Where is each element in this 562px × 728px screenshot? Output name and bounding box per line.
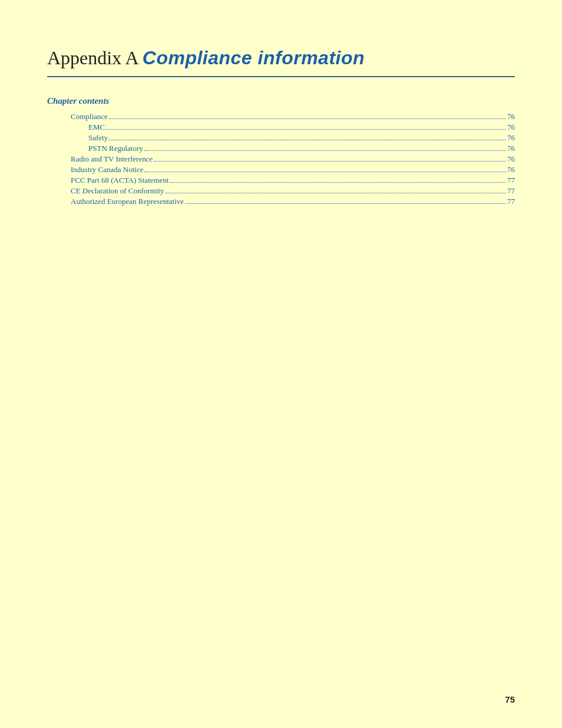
toc-item-safety[interactable]: Safety 76	[47, 133, 515, 143]
toc-page-safety: 76	[507, 133, 515, 143]
toc-dots-ce-declaration	[166, 193, 507, 193]
toc-label-compliance: Compliance	[71, 112, 108, 121]
toc-page-radio-tv: 76	[507, 154, 515, 164]
page-title-prefix: Appendix A	[47, 47, 143, 68]
toc-label-emc: EMC	[88, 123, 105, 132]
toc-dots-pstn	[144, 150, 506, 151]
page-title: Appendix A Compliance information	[47, 47, 515, 69]
toc-page-industry-canada: 76	[507, 165, 515, 174]
chapter-contents-heading: Chapter contents	[47, 96, 515, 106]
toc-page-fcc: 77	[507, 176, 515, 185]
page-number: 75	[505, 694, 515, 704]
toc-label-radio-tv: Radio and TV Interference	[71, 154, 153, 164]
toc-page-compliance: 76	[507, 112, 515, 121]
toc-label-fcc: FCC Part 68 (ACTA) Statement	[71, 176, 169, 185]
toc-dots-authorized-rep	[185, 203, 506, 204]
toc-label-safety: Safety	[88, 133, 108, 143]
toc-dots-compliance	[109, 118, 506, 119]
toc-page-authorized-rep: 77	[507, 197, 515, 206]
page-container: Appendix A Compliance information Chapte…	[0, 0, 562, 728]
chapter-contents-section: Chapter contents Compliance 76 EMC 76 Sa…	[47, 96, 515, 206]
toc-item-emc[interactable]: EMC 76	[47, 123, 515, 132]
toc-item-industry-canada[interactable]: Industry Canada Notice 76	[47, 165, 515, 174]
toc-dots-industry-canada	[144, 172, 506, 172]
toc-label-industry-canada: Industry Canada Notice	[71, 165, 143, 174]
toc-item-radio-tv[interactable]: Radio and TV Interference 76	[47, 154, 515, 164]
toc-dots-emc	[106, 129, 506, 130]
toc-page-pstn: 76	[507, 144, 515, 153]
toc-label-authorized-rep: Authorized European Representative	[71, 197, 184, 206]
toc-item-ce-declaration[interactable]: CE Declaration of Conformity 77	[47, 186, 515, 196]
toc-label-pstn: PSTN Regulatory	[88, 144, 143, 153]
toc-page-ce-declaration: 77	[507, 186, 515, 196]
toc-dots-fcc	[170, 182, 506, 183]
toc-label-ce-declaration: CE Declaration of Conformity	[71, 186, 164, 196]
toc-item-compliance[interactable]: Compliance 76	[47, 112, 515, 121]
toc-item-authorized-rep[interactable]: Authorized European Representative 77	[47, 197, 515, 206]
page-title-area: Appendix A Compliance information	[47, 47, 515, 77]
toc-list: Compliance 76 EMC 76 Safety 76 PSTN Regu…	[47, 112, 515, 206]
toc-item-fcc[interactable]: FCC Part 68 (ACTA) Statement 77	[47, 176, 515, 185]
toc-item-pstn[interactable]: PSTN Regulatory 76	[47, 144, 515, 153]
toc-page-emc: 76	[507, 123, 515, 132]
toc-dots-radio-tv	[154, 161, 506, 162]
toc-dots-safety	[109, 140, 506, 140]
page-title-bold: Compliance information	[143, 47, 365, 68]
